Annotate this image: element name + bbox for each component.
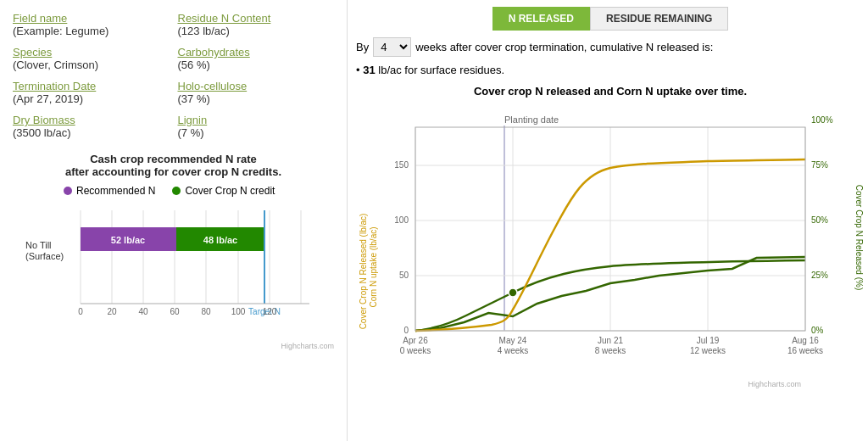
bar-chart-svg: No Till (Surface) 52 lb/ac 48 lb/ac Targ… <box>21 202 343 338</box>
legend-dot-purple <box>64 187 72 195</box>
svg-text:150: 150 <box>394 160 409 170</box>
tab-n-released[interactable]: N RELEASED <box>492 7 590 31</box>
weeks-pre-label: By <box>356 41 369 53</box>
svg-text:100: 100 <box>231 307 246 316</box>
svg-text:100%: 100% <box>811 115 833 125</box>
svg-text:16 weeks: 16 weeks <box>787 346 823 355</box>
svg-text:20: 20 <box>107 307 117 316</box>
termination-date-value: (Apr 27, 2019) <box>13 92 170 105</box>
bar-chart-section: Cash crop recommended N rate after accou… <box>13 153 334 350</box>
field-name-link[interactable]: Field name <box>13 12 170 25</box>
svg-text:Apr 26: Apr 26 <box>403 336 428 345</box>
legend-label-cover-crop: Cover Crop N credit <box>185 185 275 197</box>
result-bullet: • 31 lb/ac for surface residues. <box>356 64 865 76</box>
right-panel: N RELEASED RESIDUE REMAINING By 4 1 2 3 … <box>348 0 868 441</box>
bar-chart-title: Cash crop recommended N rate after accou… <box>13 153 334 178</box>
result-text: lb/ac for surface residues. <box>378 64 504 76</box>
legend-recommended-n: Recommended N <box>64 185 155 197</box>
weeks-row: By 4 1 2 3 5 6 8 12 weeks after cover cr… <box>356 37 865 57</box>
weeks-post-label: weeks after cover crop termination, cumu… <box>415 41 713 53</box>
svg-text:Cover Crop N Released (%): Cover Crop N Released (%) <box>854 185 864 291</box>
svg-text:0%: 0% <box>811 326 824 335</box>
green-marker-dot <box>509 288 517 297</box>
species-value: (Clover, Crimson) <box>13 59 170 71</box>
svg-text:Corn N uptake (lb/ac): Corn N uptake (lb/ac) <box>369 226 378 307</box>
lignin-cell: Lignin (7 %) <box>178 110 335 142</box>
residue-n-cell: Residue N Content (123 lb/ac) <box>178 8 335 41</box>
field-name-cell: Field name (Example: Legume) <box>13 8 170 41</box>
svg-text:12 weeks: 12 weeks <box>690 346 726 355</box>
dry-biomass-link[interactable]: Dry Biomass <box>13 114 170 126</box>
svg-text:75%: 75% <box>811 160 828 170</box>
svg-text:Jun 21: Jun 21 <box>598 336 623 345</box>
holo-cellulose-link[interactable]: Holo-cellulose <box>178 80 335 92</box>
termination-date-link[interactable]: Termination Date <box>13 80 170 92</box>
holo-cellulose-cell: Holo-cellulose (37 %) <box>178 76 335 109</box>
termination-date-cell: Termination Date (Apr 27, 2019) <box>13 76 170 109</box>
carbohydrates-cell: Carbohydrates (56 %) <box>178 42 335 75</box>
svg-text:(Surface): (Surface) <box>25 251 64 261</box>
field-info-grid: Field name (Example: Legume) Residue N C… <box>13 8 334 142</box>
carbohydrates-value: (56 %) <box>178 59 335 71</box>
legend-cover-crop: Cover Crop N credit <box>172 185 275 197</box>
svg-text:60: 60 <box>170 307 180 316</box>
lignin-link[interactable]: Lignin <box>178 114 335 126</box>
svg-text:0: 0 <box>403 326 409 335</box>
svg-text:Jul 19: Jul 19 <box>697 336 720 345</box>
svg-text:4 weeks: 4 weeks <box>498 346 529 355</box>
left-panel: Field name (Example: Legume) Residue N C… <box>0 0 348 441</box>
legend-dot-green <box>172 187 181 195</box>
legend-label-recommended: Recommended N <box>76 185 155 197</box>
weeks-select[interactable]: 4 1 2 3 5 6 8 12 <box>373 37 411 57</box>
tab-residue-remaining[interactable]: RESIDUE REMAINING <box>590 7 728 31</box>
right-chart-svg: Planting date 0 50 100 150 0% 25% 50% 75… <box>356 102 865 382</box>
field-name-value: (Example: Legume) <box>13 25 170 37</box>
svg-text:80: 80 <box>201 307 211 316</box>
dry-biomass-cell: Dry Biomass (3500 lb/ac) <box>13 110 170 142</box>
tab-buttons: N RELEASED RESIDUE REMAINING <box>356 7 865 31</box>
right-chart-container: Planting date 0 50 100 150 0% 25% 50% 75… <box>356 102 865 382</box>
svg-text:0 weeks: 0 weeks <box>400 346 431 355</box>
svg-text:120: 120 <box>263 307 277 316</box>
svg-text:100: 100 <box>394 215 409 225</box>
svg-text:50: 50 <box>399 271 409 280</box>
bar-recommended-label: 52 lb/ac <box>111 235 145 245</box>
svg-text:May 24: May 24 <box>499 336 527 345</box>
row-label-notill: No Till <box>25 240 52 250</box>
species-link[interactable]: Species <box>13 46 170 59</box>
bar-cover-crop-label: 48 lb/ac <box>203 235 237 245</box>
planting-date-label: Planting date <box>504 114 559 125</box>
chart-legend: Recommended N Cover Crop N credit <box>13 185 334 197</box>
holo-cellulose-value: (37 %) <box>178 92 335 105</box>
highcharts-credit-left: Highcharts.com <box>21 342 334 350</box>
carbohydrates-link[interactable]: Carbohydrates <box>178 46 335 59</box>
chart-title-right: Cover crop N released and Corn N uptake … <box>356 85 865 98</box>
svg-text:8 weeks: 8 weeks <box>595 346 626 355</box>
svg-text:Aug 16: Aug 16 <box>792 336 819 345</box>
residue-n-link[interactable]: Residue N Content <box>178 12 335 25</box>
residue-n-value: (123 lb/ac) <box>178 25 335 37</box>
dry-biomass-value: (3500 lb/ac) <box>13 126 170 139</box>
svg-text:25%: 25% <box>811 271 828 280</box>
svg-text:Cover Crop N Released (lb/ac): Cover Crop N Released (lb/ac) <box>359 214 368 330</box>
lignin-value: (7 %) <box>178 126 335 139</box>
svg-text:0: 0 <box>78 307 83 316</box>
svg-text:50%: 50% <box>811 215 828 225</box>
svg-text:40: 40 <box>138 307 148 316</box>
species-cell: Species (Clover, Crimson) <box>13 42 170 75</box>
